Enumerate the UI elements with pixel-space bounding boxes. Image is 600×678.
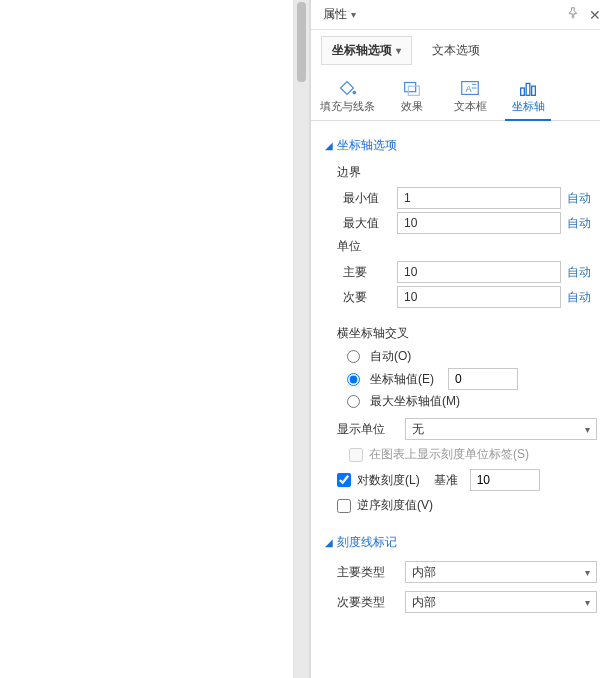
tab-axis-options[interactable]: 坐标轴选项 ▾ (321, 36, 412, 65)
radio-cross-max[interactable]: 最大坐标轴值(M) (347, 393, 597, 410)
scrollbar-thumb[interactable] (297, 2, 306, 82)
document-page (0, 0, 294, 678)
radio-cross-auto-label: 自动(O) (370, 348, 411, 365)
major-auto-button[interactable]: 自动 (567, 264, 597, 281)
close-icon[interactable]: ✕ (589, 7, 600, 23)
row-display-units: 显示单位 无 ▾ (337, 418, 597, 440)
check-show-unit-labels-label: 在图表上显示刻度单位标签(S) (369, 446, 529, 463)
section-tick-marks-title: 刻度线标记 (337, 534, 397, 551)
properties-panel: 属性 ▾ ✕ 坐标轴选项 ▾ 文本选项 填充与线条 (310, 0, 600, 678)
log-base-label: 基准 (434, 472, 458, 489)
textbox-icon: A (459, 78, 481, 98)
major-input[interactable] (397, 261, 561, 283)
triangle-down-icon: ◢ (325, 537, 333, 548)
radio-cross-value-label: 坐标轴值(E) (370, 371, 434, 388)
svg-rect-2 (408, 86, 419, 95)
section-axis-options[interactable]: ◢ 坐标轴选项 (325, 137, 597, 154)
subtab-effects[interactable]: 效果 (383, 73, 441, 120)
major-type-value: 内部 (412, 564, 436, 581)
subtab-fill-line[interactable]: 填充与线条 (311, 73, 383, 120)
svg-text:A: A (465, 84, 472, 94)
display-units-value: 无 (412, 421, 424, 438)
min-label: 最小值 (343, 190, 391, 207)
check-reverse-label: 逆序刻度值(V) (357, 497, 433, 514)
primary-tabs: 坐标轴选项 ▾ 文本选项 (311, 30, 600, 69)
section-tick-marks[interactable]: ◢ 刻度线标记 (325, 534, 597, 551)
minor-type-select[interactable]: 内部 ▾ (405, 591, 597, 613)
secondary-tabs: 填充与线条 效果 A 文本框 坐标轴 (311, 69, 600, 121)
subtab-textbox[interactable]: A 文本框 (441, 73, 499, 120)
svg-rect-7 (521, 88, 525, 95)
radio-cross-auto[interactable]: 自动(O) (347, 348, 597, 365)
tab-text-options[interactable]: 文本选项 (414, 37, 498, 64)
radio-cross-max-label: 最大坐标轴值(M) (370, 393, 460, 410)
bar-chart-icon (517, 78, 539, 98)
document-canvas-area (0, 0, 310, 678)
section-axis-options-title: 坐标轴选项 (337, 137, 397, 154)
row-major: 主要 自动 (343, 261, 597, 283)
radio-cross-value[interactable]: 坐标轴值(E) (347, 368, 597, 390)
max-input[interactable] (397, 212, 561, 234)
vertical-scrollbar[interactable] (294, 0, 310, 678)
paint-bucket-icon (336, 78, 358, 98)
chevron-down-icon: ▾ (585, 567, 590, 578)
subtab-fill-line-label: 填充与线条 (311, 99, 383, 114)
check-show-unit-labels: 在图表上显示刻度单位标签(S) (349, 446, 597, 463)
min-auto-button[interactable]: 自动 (567, 190, 597, 207)
check-show-unit-labels-input (349, 448, 363, 462)
panel-header: 属性 ▾ ✕ (311, 0, 600, 30)
check-reverse-input[interactable] (337, 499, 351, 513)
effects-icon (401, 78, 423, 98)
minor-type-value: 内部 (412, 594, 436, 611)
subtab-axis[interactable]: 坐标轴 (499, 73, 557, 120)
major-label: 主要 (343, 264, 391, 281)
display-units-label: 显示单位 (337, 421, 397, 438)
radio-cross-value-input[interactable] (347, 373, 360, 386)
min-input[interactable] (397, 187, 561, 209)
units-label: 单位 (337, 238, 597, 255)
triangle-down-icon: ◢ (325, 140, 333, 151)
minor-auto-button[interactable]: 自动 (567, 289, 597, 306)
check-log-scale-label: 对数刻度(L) (357, 472, 420, 489)
check-reverse[interactable]: 逆序刻度值(V) (337, 497, 597, 514)
row-minor-type: 次要类型 内部 ▾ (337, 591, 597, 613)
subtab-effects-label: 效果 (383, 99, 441, 114)
cross-value-input[interactable] (448, 368, 518, 390)
check-log-scale[interactable]: 对数刻度(L) 基准 (337, 469, 597, 491)
cross-label: 横坐标轴交叉 (337, 325, 597, 342)
minor-label: 次要 (343, 289, 391, 306)
panel-title[interactable]: 属性 ▾ (323, 6, 356, 23)
chevron-down-icon: ▾ (585, 424, 590, 435)
max-label: 最大值 (343, 215, 391, 232)
chevron-down-icon: ▾ (396, 45, 401, 56)
radio-cross-max-input[interactable] (347, 395, 360, 408)
tab-text-options-label: 文本选项 (432, 43, 480, 57)
row-minor: 次要 自动 (343, 286, 597, 308)
radio-cross-auto-input[interactable] (347, 350, 360, 363)
chevron-down-icon: ▾ (351, 9, 356, 20)
log-base-input[interactable] (470, 469, 540, 491)
row-major-type: 主要类型 内部 ▾ (337, 561, 597, 583)
subtab-textbox-label: 文本框 (441, 99, 499, 114)
row-max: 最大值 自动 (343, 212, 597, 234)
subtab-axis-label: 坐标轴 (499, 99, 557, 114)
check-log-scale-input[interactable] (337, 473, 351, 487)
tab-axis-options-label: 坐标轴选项 (332, 42, 392, 59)
minor-input[interactable] (397, 286, 561, 308)
panel-body[interactable]: ◢ 坐标轴选项 边界 最小值 自动 最大值 自动 单位 主要 自动 次要 自动 … (311, 121, 600, 678)
pin-icon[interactable] (567, 7, 579, 23)
major-type-select[interactable]: 内部 ▾ (405, 561, 597, 583)
svg-rect-8 (526, 83, 530, 95)
panel-title-text: 属性 (323, 6, 347, 23)
row-min: 最小值 自动 (343, 187, 597, 209)
major-type-label: 主要类型 (337, 564, 397, 581)
chevron-down-icon: ▾ (585, 597, 590, 608)
minor-type-label: 次要类型 (337, 594, 397, 611)
svg-point-0 (353, 91, 357, 95)
max-auto-button[interactable]: 自动 (567, 215, 597, 232)
bounds-label: 边界 (337, 164, 597, 181)
display-units-select[interactable]: 无 ▾ (405, 418, 597, 440)
svg-rect-9 (532, 86, 536, 95)
svg-rect-1 (405, 83, 416, 92)
